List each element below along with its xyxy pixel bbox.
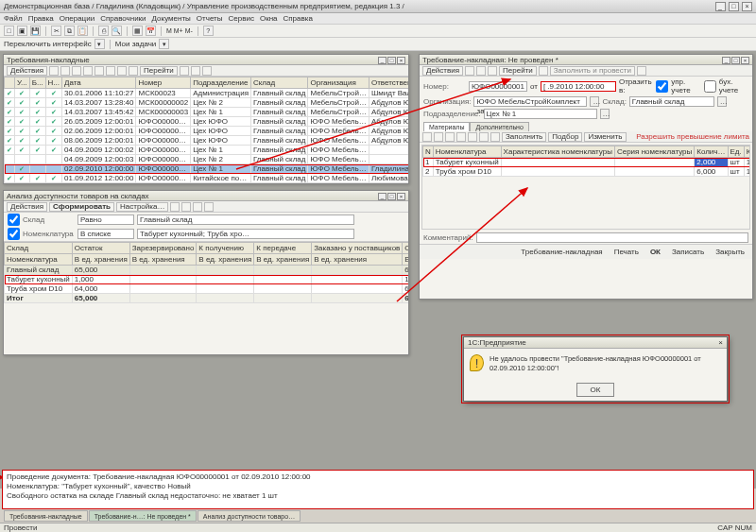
goto-button[interactable]: Перейти [499, 66, 537, 76]
calc-icon[interactable]: ▦ [132, 26, 143, 36]
availability-table[interactable]: СкладОстатокЗарезервированоК получениюК … [4, 242, 408, 303]
zoom-controls[interactable]: M M+ M- [166, 27, 193, 34]
paste-icon[interactable]: 📋 [77, 26, 88, 36]
export-icon[interactable] [193, 202, 202, 212]
save-icon[interactable]: 💾 [30, 26, 41, 36]
generate-button[interactable]: Сформировать [49, 202, 114, 212]
table-row[interactable]: ✔✔✔✔01.09.2012 12:00:00ЮФО00000…Китайско… [5, 174, 409, 183]
menu-service[interactable]: Сервис [229, 14, 254, 23]
post-icon[interactable] [476, 66, 486, 76]
refresh-icon[interactable] [106, 66, 115, 76]
chevron-down-icon[interactable]: ▾ [159, 39, 169, 49]
find-icon[interactable]: 🔍 [112, 26, 122, 36]
help-icon[interactable] [204, 202, 214, 212]
minimize-icon[interactable]: _ [378, 193, 387, 200]
chevron-down-icon[interactable]: ▾ [94, 39, 105, 49]
table-row[interactable]: ✔✔✔✔02.06.2009 12:00:01ЮФО00000…Цех ЮФОГ… [5, 127, 409, 136]
delete-row-icon[interactable] [445, 132, 455, 142]
table-row[interactable]: Табурет кухонный1,0001,000 [5, 275, 409, 284]
edit-row-icon[interactable] [456, 132, 466, 142]
my-tasks-button[interactable]: Мои задачи [115, 40, 157, 48]
table-row[interactable]: ✔✔✔✔14.03.2007 13:45:42МСК00000003Цех № … [5, 108, 409, 117]
filter-op-field[interactable]: Равно [77, 215, 134, 225]
change-button[interactable]: Изменить [584, 132, 626, 142]
table-row[interactable]: ✔✔✔✔04.09.2009 12:00:02ЮФО00000…Цех № 1Г… [5, 146, 409, 155]
menu-ref[interactable]: Справочники [100, 14, 146, 23]
ok-button[interactable]: ОК [576, 383, 615, 397]
table-row[interactable]: Труба хром D1064,00064,000 [5, 284, 409, 294]
number-field[interactable]: ЮФО00000001 [469, 81, 527, 92]
save-button[interactable]: Записать [668, 247, 708, 257]
calendar-icon[interactable]: 📅 [146, 26, 156, 36]
close-icon[interactable]: × [397, 193, 405, 200]
open-icon[interactable]: ▣ [17, 26, 27, 36]
setup-button[interactable]: Настройка… [116, 202, 168, 212]
copy-icon[interactable]: ⧉ [64, 26, 75, 36]
settings-icon[interactable] [170, 202, 180, 212]
unpost-icon[interactable] [488, 66, 497, 76]
close-icon[interactable]: × [741, 57, 749, 64]
main-menu[interactable]: Файл Правка Операции Справочники Докумен… [0, 13, 756, 25]
select-icon[interactable]: … [600, 109, 610, 119]
maximize-icon[interactable]: □ [731, 57, 740, 64]
menu-help[interactable]: Справка [284, 14, 313, 23]
filter-item-checkbox[interactable] [8, 228, 20, 240]
items-table[interactable]: NНоменклатураХарактеристика номенклатуры… [422, 146, 750, 177]
goto-button[interactable]: Перейти [140, 66, 178, 76]
menu-ops[interactable]: Операции [60, 14, 94, 23]
add-icon[interactable] [49, 66, 59, 76]
new-icon[interactable]: □ [4, 26, 14, 36]
help-icon[interactable] [202, 66, 212, 76]
print-form-button[interactable]: Требование-накладная [517, 247, 606, 257]
filter-icon[interactable] [117, 66, 127, 76]
minimize-icon[interactable]: _ [715, 2, 726, 11]
filter-op-field[interactable]: В списке [77, 229, 134, 239]
report-icon[interactable] [637, 66, 646, 76]
minimize-icon[interactable]: _ [722, 57, 730, 64]
warehouse-field[interactable]: Главный склад [629, 96, 714, 107]
filter-val-field[interactable]: Табурет кухонный; Труба хро… [137, 229, 354, 239]
cut-icon[interactable]: ✂ [51, 26, 61, 36]
refresh-icon[interactable] [181, 202, 191, 212]
maximize-icon[interactable]: □ [387, 57, 396, 64]
print-icon[interactable]: ⎙ [98, 26, 109, 36]
nav-icon[interactable] [94, 66, 104, 76]
select-icon[interactable]: … [717, 96, 727, 107]
actions-button[interactable]: Действия [7, 66, 47, 76]
table-row[interactable]: 2Труба хром D106,000шт1,000Материалы соб… [423, 167, 751, 177]
settings-icon[interactable] [191, 66, 200, 76]
maximize-icon[interactable]: □ [729, 2, 739, 11]
message-log[interactable]: ● Проведение документа: Требование-накла… [2, 470, 754, 509]
table-row[interactable]: Главный склад65,00065,000 [5, 266, 409, 275]
ok-button[interactable]: ОК [646, 247, 664, 257]
documents-table[interactable]: У...Б...Н...ДатаНомерПодразделениеСкладО… [4, 77, 408, 183]
close-icon[interactable]: × [718, 338, 723, 347]
sort-icon[interactable] [129, 66, 138, 76]
tab-materials[interactable]: Материалы [423, 122, 470, 131]
maximize-icon[interactable]: □ [387, 193, 396, 200]
table-row[interactable]: ✔✔✔✔26.05.2009 12:00:01ЮФО00000…Цех ЮФОГ… [5, 117, 409, 127]
close-icon[interactable]: × [397, 57, 405, 64]
filter-val-field[interactable]: Главный склад [137, 215, 354, 225]
menu-file[interactable]: Файл [4, 14, 23, 23]
table-row[interactable]: 1Табурет кухонный2,000шт1,000Прочие обже… [423, 158, 751, 167]
actions-button[interactable]: Действия [422, 66, 463, 76]
tab-doc[interactable]: Требование-н…: Не проведен * [89, 510, 197, 522]
copy-icon[interactable] [72, 66, 81, 76]
fill-and-post-button[interactable]: Заполнить и провести [550, 66, 635, 76]
select-icon[interactable]: … [590, 96, 599, 107]
switch-interface-button[interactable]: Переключить интерфейс [4, 40, 92, 48]
table-row[interactable]: 04.09.2009 12:00:03ЮФО00000…Цех № 2Главн… [5, 155, 409, 164]
print-button[interactable]: Печать [610, 247, 643, 257]
edit-icon[interactable] [60, 66, 70, 76]
allow-overlimit-button[interactable]: Разрешить превышение лимита [636, 132, 749, 141]
copy-row-icon[interactable] [434, 132, 443, 142]
menu-docs[interactable]: Документы [152, 14, 191, 23]
save-icon[interactable] [465, 66, 474, 76]
date-field[interactable]: [ .9.2010 12:00:00 [541, 81, 616, 92]
table-row[interactable]: ✔✔✔✔08.06.2009 12:00:01ЮФО00000…Цех ЮФОГ… [5, 136, 409, 146]
mgmt-accounting-checkbox[interactable] [656, 80, 668, 93]
minimize-icon[interactable]: _ [378, 57, 387, 64]
help-icon[interactable] [539, 66, 548, 76]
tab-report[interactable]: Анализ доступности товаро… [198, 510, 301, 522]
